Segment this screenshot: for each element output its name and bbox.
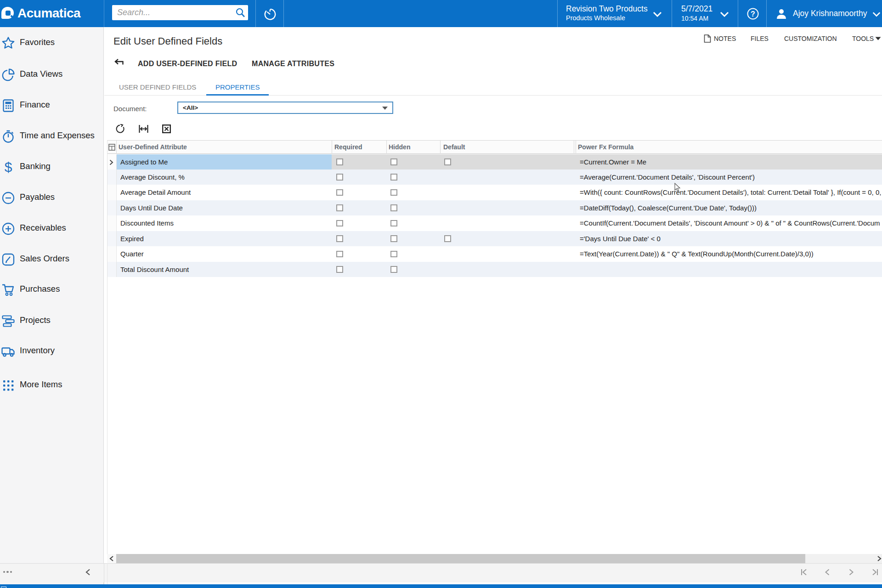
svg-text:$: $	[5, 160, 12, 174]
svg-text:?: ?	[751, 10, 755, 18]
